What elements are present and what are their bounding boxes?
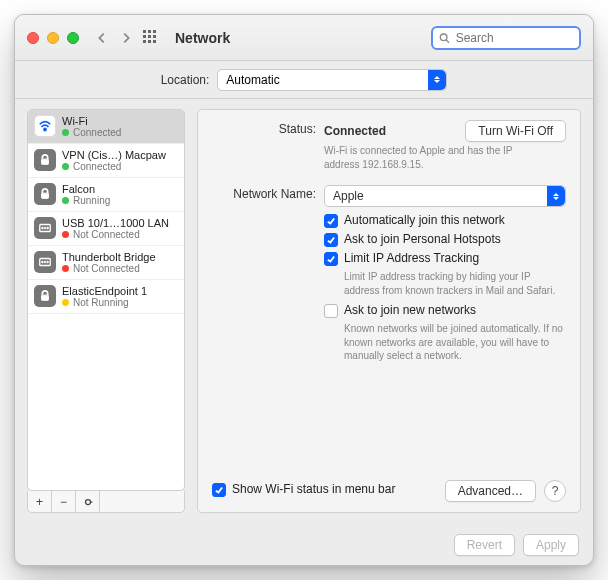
search-input[interactable] [454, 30, 573, 46]
sidebar-item-status: Running [73, 195, 110, 206]
sidebar-item-status: Connected [73, 127, 121, 138]
hotspot-checkbox[interactable]: Ask to join Personal Hotspots [324, 232, 566, 247]
advanced-button[interactable]: Advanced… [445, 480, 536, 502]
sidebar-item-elastic[interactable]: ElasticEndpoint 1 Not Running [28, 280, 184, 314]
limit-ip-checkbox[interactable]: Limit IP Address Tracking [324, 251, 566, 266]
lock-icon [34, 285, 56, 307]
revert-button[interactable]: Revert [454, 534, 515, 556]
sidebar-item-status: Not Running [73, 297, 129, 308]
search-field[interactable] [431, 26, 581, 50]
network-name-value: Apple [333, 189, 364, 203]
titlebar: Network [15, 15, 593, 61]
svg-rect-3 [42, 159, 49, 164]
location-value: Automatic [226, 73, 279, 87]
svg-point-2 [44, 128, 46, 130]
content: Wi-Fi Connected VPN (Cis…) Macpaw Connec… [15, 99, 593, 525]
sidebar-item-label: ElasticEndpoint 1 [62, 285, 178, 297]
network-name-label: Network Name: [212, 185, 316, 369]
help-button[interactable]: ? [544, 480, 566, 502]
sidebar-item-usb-lan[interactable]: USB 10/1…1000 LAN Not Connected [28, 212, 184, 246]
sidebar-item-label: Falcon [62, 183, 178, 195]
svg-point-14 [85, 499, 90, 504]
svg-rect-13 [42, 295, 49, 300]
lock-icon [34, 149, 56, 171]
add-interface-button[interactable]: + [28, 491, 52, 512]
status-dot [62, 163, 69, 170]
svg-point-0 [440, 34, 447, 41]
status-dot [62, 197, 69, 204]
checkbox-label: Ask to join new networks [344, 303, 476, 317]
search-icon [439, 32, 450, 44]
limit-ip-hint: Limit IP address tracking by hiding your… [344, 270, 566, 297]
sidebar-item-falcon[interactable]: Falcon Running [28, 178, 184, 212]
remove-interface-button[interactable]: − [52, 491, 76, 512]
svg-line-1 [446, 39, 449, 42]
interface-list[interactable]: Wi-Fi Connected VPN (Cis…) Macpaw Connec… [27, 109, 185, 491]
wifi-toggle-button[interactable]: Turn Wi-Fi Off [465, 120, 566, 142]
checkbox-label: Show Wi-Fi status in menu bar [232, 482, 395, 496]
network-preferences-window: Network Location: Automatic Wi-Fi Connec… [14, 14, 594, 566]
interface-actions-button[interactable] [76, 491, 100, 512]
all-prefs-icon[interactable] [143, 30, 159, 46]
svg-point-10 [42, 261, 44, 263]
window-footer: Revert Apply [15, 525, 593, 565]
ethernet-icon [34, 217, 56, 239]
svg-point-12 [47, 261, 49, 263]
lock-icon [34, 183, 56, 205]
network-name-select[interactable]: Apple [324, 185, 566, 207]
chevron-updown-icon [428, 70, 446, 90]
svg-point-11 [44, 261, 46, 263]
minimize-window-button[interactable] [47, 32, 59, 44]
status-dot [62, 129, 69, 136]
nav-back[interactable] [95, 31, 109, 45]
location-label: Location: [161, 73, 210, 87]
status-label: Status: [212, 120, 316, 171]
location-select[interactable]: Automatic [217, 69, 447, 91]
apply-button[interactable]: Apply [523, 534, 579, 556]
sidebar-item-status: Not Connected [73, 263, 140, 274]
wifi-icon [34, 115, 56, 137]
detail-panel: Status: Connected Turn Wi-Fi Off Wi-Fi i… [197, 109, 581, 513]
join-new-checkbox[interactable]: Ask to join new networks [324, 303, 566, 318]
svg-point-6 [42, 227, 44, 229]
sidebar-item-label: VPN (Cis…) Macpaw [62, 149, 178, 161]
sidebar-item-label: Wi-Fi [62, 115, 178, 127]
status-dot [62, 231, 69, 238]
join-new-hint: Known networks will be joined automatica… [344, 322, 566, 363]
checkbox-label: Ask to join Personal Hotspots [344, 232, 501, 246]
thunderbolt-icon [34, 251, 56, 273]
svg-point-7 [44, 227, 46, 229]
chevron-updown-icon [547, 186, 565, 206]
svg-point-8 [47, 227, 49, 229]
status-value: Connected [324, 124, 386, 138]
page-title: Network [175, 30, 230, 46]
svg-rect-4 [42, 193, 49, 198]
menubar-checkbox[interactable]: Show Wi-Fi status in menu bar [212, 482, 395, 497]
sidebar-item-wifi[interactable]: Wi-Fi Connected [28, 110, 184, 144]
status-hint: Wi-Fi is connected to Apple and has the … [324, 144, 544, 171]
sidebar: Wi-Fi Connected VPN (Cis…) Macpaw Connec… [27, 109, 185, 513]
status-dot [62, 265, 69, 272]
auto-join-checkbox[interactable]: Automatically join this network [324, 213, 566, 228]
location-row: Location: Automatic [15, 61, 593, 99]
checkbox-label: Automatically join this network [344, 213, 505, 227]
sidebar-item-thunderbolt[interactable]: Thunderbolt Bridge Not Connected [28, 246, 184, 280]
zoom-window-button[interactable] [67, 32, 79, 44]
close-window-button[interactable] [27, 32, 39, 44]
nav-forward[interactable] [119, 31, 133, 45]
window-controls [27, 32, 79, 44]
sidebar-item-label: Thunderbolt Bridge [62, 251, 178, 263]
status-dot [62, 299, 69, 306]
list-controls: + − [27, 491, 185, 513]
sidebar-item-vpn[interactable]: VPN (Cis…) Macpaw Connected [28, 144, 184, 178]
sidebar-item-label: USB 10/1…1000 LAN [62, 217, 178, 229]
checkbox-label: Limit IP Address Tracking [344, 251, 479, 265]
sidebar-item-status: Not Connected [73, 229, 140, 240]
sidebar-item-status: Connected [73, 161, 121, 172]
